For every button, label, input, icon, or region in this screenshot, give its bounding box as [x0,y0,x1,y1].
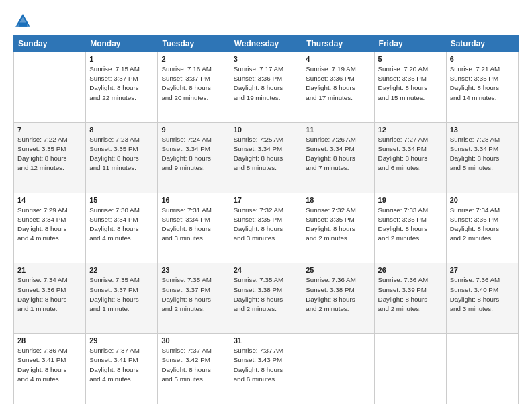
day-number: 26 [378,266,443,274]
day-info: Sunrise: 7:21 AMSunset: 3:35 PMDaylight:… [450,64,515,103]
day-number: 15 [89,196,154,204]
day-info: Sunrise: 7:36 AMSunset: 3:39 PMDaylight:… [378,275,443,314]
calendar-week-row: 1Sunrise: 7:15 AMSunset: 3:37 PMDaylight… [14,52,519,123]
calendar-cell [302,334,374,404]
weekday-header: Sunday [14,36,86,52]
day-info: Sunrise: 7:15 AMSunset: 3:37 PMDaylight:… [89,64,154,103]
weekday-header: Tuesday [158,36,230,52]
day-info: Sunrise: 7:35 AMSunset: 3:37 PMDaylight:… [161,275,226,314]
day-info: Sunrise: 7:29 AMSunset: 3:34 PMDaylight:… [17,205,82,244]
day-info: Sunrise: 7:32 AMSunset: 3:35 PMDaylight:… [234,205,299,244]
day-number: 12 [378,126,443,134]
calendar-cell: 31Sunrise: 7:37 AMSunset: 3:43 PMDayligh… [230,334,302,404]
day-number: 28 [17,336,82,345]
weekday-header: Monday [86,36,158,52]
day-number: 19 [378,196,443,204]
day-info: Sunrise: 7:35 AMSunset: 3:38 PMDaylight:… [234,275,299,314]
day-number: 21 [17,266,82,274]
weekday-header: Thursday [302,36,374,52]
calendar-cell [446,334,518,404]
day-info: Sunrise: 7:27 AMSunset: 3:34 PMDaylight:… [378,135,443,173]
day-info: Sunrise: 7:34 AMSunset: 3:36 PMDaylight:… [17,275,82,314]
day-info: Sunrise: 7:19 AMSunset: 3:36 PMDaylight:… [306,64,370,103]
day-info: Sunrise: 7:30 AMSunset: 3:34 PMDaylight:… [89,205,154,244]
calendar-cell: 4Sunrise: 7:19 AMSunset: 3:36 PMDaylight… [302,52,374,123]
calendar-cell: 26Sunrise: 7:36 AMSunset: 3:39 PMDayligh… [374,263,446,334]
calendar-cell: 14Sunrise: 7:29 AMSunset: 3:34 PMDayligh… [14,193,86,263]
calendar-cell: 15Sunrise: 7:30 AMSunset: 3:34 PMDayligh… [86,193,158,263]
day-info: Sunrise: 7:24 AMSunset: 3:34 PMDaylight:… [161,135,226,173]
day-info: Sunrise: 7:37 AMSunset: 3:42 PMDaylight:… [161,346,226,384]
day-info: Sunrise: 7:31 AMSunset: 3:34 PMDaylight:… [161,205,226,244]
calendar-cell: 22Sunrise: 7:35 AMSunset: 3:37 PMDayligh… [86,263,158,334]
calendar-cell: 19Sunrise: 7:33 AMSunset: 3:35 PMDayligh… [374,193,446,263]
day-number: 27 [450,266,515,274]
calendar-header: SundayMondayTuesdayWednesdayThursdayFrid… [14,36,519,52]
calendar-cell: 12Sunrise: 7:27 AMSunset: 3:34 PMDayligh… [374,122,446,193]
day-info: Sunrise: 7:36 AMSunset: 3:38 PMDaylight:… [306,275,370,314]
calendar-week-row: 14Sunrise: 7:29 AMSunset: 3:34 PMDayligh… [14,193,519,263]
day-number: 16 [161,196,226,204]
calendar-cell: 28Sunrise: 7:36 AMSunset: 3:41 PMDayligh… [14,334,86,404]
day-number: 14 [17,196,82,204]
day-number: 11 [306,126,370,134]
calendar-cell: 13Sunrise: 7:28 AMSunset: 3:34 PMDayligh… [446,122,518,193]
logo-icon [13,12,32,31]
calendar-cell: 21Sunrise: 7:34 AMSunset: 3:36 PMDayligh… [14,263,86,334]
day-info: Sunrise: 7:16 AMSunset: 3:37 PMDaylight:… [161,64,226,103]
day-number: 17 [234,196,299,204]
day-number: 8 [89,126,154,134]
calendar-cell: 20Sunrise: 7:34 AMSunset: 3:36 PMDayligh… [446,193,518,263]
day-number: 30 [161,336,226,345]
calendar-week-row: 7Sunrise: 7:22 AMSunset: 3:35 PMDaylight… [14,122,519,193]
weekday-header: Friday [374,36,446,52]
calendar-cell: 25Sunrise: 7:36 AMSunset: 3:38 PMDayligh… [302,263,374,334]
calendar-body: 1Sunrise: 7:15 AMSunset: 3:37 PMDaylight… [14,52,519,404]
day-number: 1 [89,55,154,63]
day-number: 5 [378,55,443,63]
calendar-cell: 5Sunrise: 7:20 AMSunset: 3:35 PMDaylight… [374,52,446,123]
calendar-cell: 3Sunrise: 7:17 AMSunset: 3:36 PMDaylight… [230,52,302,123]
day-number: 10 [234,126,299,134]
calendar-cell: 2Sunrise: 7:16 AMSunset: 3:37 PMDaylight… [158,52,230,123]
day-number: 29 [89,336,154,345]
calendar-cell: 27Sunrise: 7:36 AMSunset: 3:40 PMDayligh… [446,263,518,334]
calendar-cell [14,52,86,123]
calendar-cell: 7Sunrise: 7:22 AMSunset: 3:35 PMDaylight… [14,122,86,193]
day-info: Sunrise: 7:32 AMSunset: 3:35 PMDaylight:… [306,205,370,244]
day-info: Sunrise: 7:17 AMSunset: 3:36 PMDaylight:… [234,64,299,103]
day-info: Sunrise: 7:23 AMSunset: 3:35 PMDaylight:… [89,135,154,173]
calendar-table: SundayMondayTuesdayWednesdayThursdayFrid… [13,35,519,404]
day-info: Sunrise: 7:34 AMSunset: 3:36 PMDaylight:… [450,205,515,244]
calendar-cell: 29Sunrise: 7:37 AMSunset: 3:41 PMDayligh… [86,334,158,404]
day-number: 2 [161,55,226,63]
svg-rect-2 [19,23,27,27]
day-number: 3 [234,55,299,63]
day-info: Sunrise: 7:37 AMSunset: 3:43 PMDaylight:… [234,346,299,384]
calendar-week-row: 21Sunrise: 7:34 AMSunset: 3:36 PMDayligh… [14,263,519,334]
day-number: 25 [306,266,370,274]
day-info: Sunrise: 7:35 AMSunset: 3:37 PMDaylight:… [89,275,154,314]
calendar-cell: 24Sunrise: 7:35 AMSunset: 3:38 PMDayligh… [230,263,302,334]
calendar-week-row: 28Sunrise: 7:36 AMSunset: 3:41 PMDayligh… [14,334,519,404]
logo [13,12,35,31]
day-number: 18 [306,196,370,204]
day-info: Sunrise: 7:26 AMSunset: 3:34 PMDaylight:… [306,135,370,173]
page: SundayMondayTuesdayWednesdayThursdayFrid… [0,0,532,411]
day-number: 13 [450,126,515,134]
calendar-cell: 17Sunrise: 7:32 AMSunset: 3:35 PMDayligh… [230,193,302,263]
calendar-cell: 9Sunrise: 7:24 AMSunset: 3:34 PMDaylight… [158,122,230,193]
day-info: Sunrise: 7:25 AMSunset: 3:34 PMDaylight:… [234,135,299,173]
calendar-cell: 1Sunrise: 7:15 AMSunset: 3:37 PMDaylight… [86,52,158,123]
day-info: Sunrise: 7:20 AMSunset: 3:35 PMDaylight:… [378,64,443,103]
day-info: Sunrise: 7:36 AMSunset: 3:41 PMDaylight:… [17,346,82,384]
calendar-cell: 11Sunrise: 7:26 AMSunset: 3:34 PMDayligh… [302,122,374,193]
calendar-cell [374,334,446,404]
calendar-cell: 16Sunrise: 7:31 AMSunset: 3:34 PMDayligh… [158,193,230,263]
day-number: 24 [234,266,299,274]
calendar-cell: 18Sunrise: 7:32 AMSunset: 3:35 PMDayligh… [302,193,374,263]
calendar-cell: 30Sunrise: 7:37 AMSunset: 3:42 PMDayligh… [158,334,230,404]
day-info: Sunrise: 7:36 AMSunset: 3:40 PMDaylight:… [450,275,515,314]
calendar-cell: 6Sunrise: 7:21 AMSunset: 3:35 PMDaylight… [446,52,518,123]
day-number: 31 [234,336,299,345]
